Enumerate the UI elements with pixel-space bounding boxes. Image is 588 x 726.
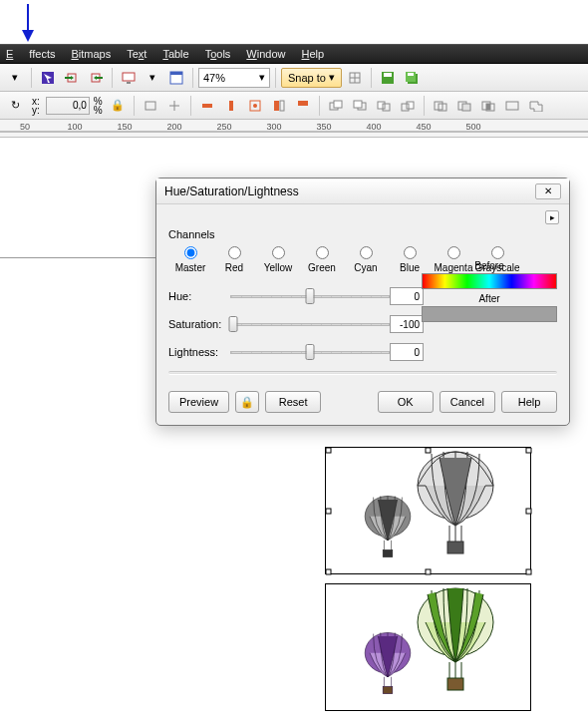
align-3-icon[interactable]	[244, 95, 266, 117]
rotate0-icon[interactable]: ↻	[4, 95, 26, 117]
saturation-input[interactable]: -100	[390, 315, 424, 333]
channel-master[interactable]: Master	[168, 246, 212, 273]
svg-rect-67	[383, 686, 393, 693]
order-1-icon[interactable]	[325, 95, 347, 117]
menu-bitmaps[interactable]: Bitmaps	[71, 48, 111, 60]
menu-window[interactable]: Window	[246, 48, 285, 60]
coord-x-input[interactable]: 0,0	[46, 97, 90, 115]
simplify-icon[interactable]	[501, 95, 523, 117]
channel-red[interactable]: Red	[212, 246, 256, 273]
channel-green[interactable]: Green	[300, 246, 344, 273]
hue-slider[interactable]	[230, 288, 390, 304]
align-2-icon[interactable]	[220, 95, 242, 117]
saturation-slider[interactable]	[230, 316, 390, 332]
ruler-tick: 500	[448, 122, 498, 132]
lightness-slider[interactable]	[230, 344, 390, 360]
menu-table[interactable]: Table	[162, 48, 188, 60]
dropdown-icon[interactable]: ▾	[142, 67, 163, 89]
units-icon[interactable]	[140, 95, 161, 117]
bitmap-color-balloons[interactable]	[325, 583, 531, 711]
saturation-label: Saturation:	[168, 318, 230, 330]
menu-effects[interactable]: Effects	[6, 48, 55, 60]
svg-rect-16	[408, 73, 414, 76]
order-4-icon[interactable]	[397, 95, 419, 117]
svg-marker-1	[22, 30, 34, 42]
trim-icon[interactable]	[453, 95, 475, 117]
save-icon[interactable]	[377, 67, 399, 89]
hue-input[interactable]: 0	[390, 287, 424, 305]
cancel-button[interactable]: Cancel	[440, 391, 495, 413]
svg-rect-8	[170, 72, 182, 75]
menu-text[interactable]: Text	[127, 48, 147, 60]
lock-ratio-icon[interactable]: 🔒	[107, 95, 129, 117]
svg-rect-28	[354, 101, 362, 108]
svg-rect-52	[426, 448, 431, 453]
after-gradient	[422, 306, 557, 322]
annotation-arrow	[18, 0, 48, 44]
ruler-tick: 350	[299, 122, 349, 132]
align-4-icon[interactable]	[268, 95, 290, 117]
tool-pick-icon[interactable]	[37, 67, 59, 89]
svg-rect-36	[462, 104, 470, 111]
snap-to-button[interactable]: Snap to ▾	[281, 68, 342, 88]
dialog-titlebar[interactable]: Hue/Saturation/Lightness ✕	[156, 179, 569, 204]
ruler-horizontal: 50 100 150 200 250 300 350 400 450 500	[0, 120, 588, 138]
svg-rect-57	[426, 569, 431, 574]
after-label: After	[422, 293, 557, 304]
svg-rect-55	[526, 509, 531, 514]
import-icon[interactable]	[61, 67, 83, 89]
svg-rect-5	[123, 73, 135, 81]
ok-button[interactable]: OK	[378, 391, 434, 413]
toolbar-main: ▾ ▾ 47%▾ Snap to ▾	[0, 64, 588, 92]
svg-rect-18	[202, 104, 212, 108]
svg-rect-54	[326, 509, 331, 514]
zoom-level[interactable]: 47%▾	[198, 68, 270, 88]
svg-rect-40	[506, 102, 518, 110]
dialog-divider	[168, 371, 557, 375]
help-button[interactable]: Help	[501, 391, 557, 413]
screen-icon[interactable]	[118, 67, 140, 89]
ruler-tick: 400	[349, 122, 399, 132]
order-3-icon[interactable]	[373, 95, 395, 117]
weld-icon[interactable]	[430, 95, 451, 117]
bitmap-grayscale-balloons[interactable]	[325, 447, 531, 574]
export-icon[interactable]	[85, 67, 107, 89]
lock-preview-icon[interactable]: 🔒	[235, 391, 259, 413]
coord-y-label: y:	[32, 106, 40, 115]
svg-rect-53	[526, 448, 531, 453]
menu-bar: Effects Bitmaps Text Table Tools Window …	[0, 44, 588, 64]
svg-rect-63	[447, 678, 463, 690]
svg-rect-56	[326, 569, 331, 574]
channel-cyan[interactable]: Cyan	[344, 246, 388, 273]
svg-rect-58	[526, 569, 531, 574]
ruler-tick: 300	[249, 122, 299, 132]
save-all-icon[interactable]	[401, 67, 423, 89]
svg-rect-23	[280, 101, 284, 111]
svg-rect-51	[326, 448, 331, 453]
preview-button[interactable]: Preview	[168, 391, 229, 413]
svg-point-21	[253, 104, 257, 108]
menu-tools[interactable]: Tools	[205, 48, 231, 60]
front-minus-icon[interactable]	[525, 95, 547, 117]
align-5-icon[interactable]	[292, 95, 314, 117]
reset-button[interactable]: Reset	[265, 391, 321, 413]
nudge-icon[interactable]	[163, 95, 185, 117]
intersect-icon[interactable]	[477, 95, 499, 117]
align-1-icon[interactable]	[196, 95, 218, 117]
channel-yellow[interactable]: Yellow	[256, 246, 300, 273]
ruler-tick: 250	[199, 122, 249, 132]
order-2-icon[interactable]	[349, 95, 371, 117]
snap-options-icon[interactable]	[344, 67, 366, 89]
svg-rect-50	[383, 549, 393, 556]
flyout-icon[interactable]: ▸	[545, 210, 559, 224]
ruler-tick: 100	[50, 122, 100, 132]
svg-rect-39	[486, 104, 490, 110]
tool-dropdown-icon[interactable]: ▾	[4, 67, 26, 89]
svg-rect-13	[384, 73, 392, 77]
close-icon[interactable]: ✕	[535, 183, 561, 199]
app-icon[interactable]	[165, 67, 187, 89]
ruler-tick: 450	[399, 122, 448, 132]
svg-rect-19	[229, 101, 233, 111]
menu-help[interactable]: Help	[302, 48, 325, 60]
lightness-input[interactable]: 0	[390, 343, 424, 361]
